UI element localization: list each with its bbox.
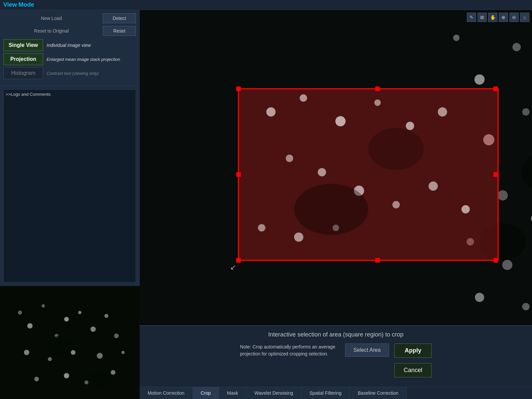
- svg-point-19: [47, 336, 73, 356]
- svg-point-56: [438, 107, 447, 117]
- contrast-tool-desc: Contrast tool (viewing only): [47, 71, 99, 76]
- svg-point-1: [18, 311, 22, 315]
- title-bar: View Mode: [0, 0, 532, 10]
- svg-point-37: [502, 260, 512, 270]
- svg-point-41: [522, 303, 529, 310]
- crop-note: Note: Crop automatically performs an ave…: [240, 343, 340, 357]
- svg-point-26: [474, 74, 485, 85]
- svg-point-25: [512, 43, 521, 51]
- apply-cancel-group: Apply Cancel: [394, 343, 432, 377]
- single-view-row: Single View Individual image view: [3, 39, 136, 51]
- svg-point-63: [258, 224, 265, 231]
- hand-icon[interactable]: ✋: [488, 13, 497, 22]
- svg-point-61: [429, 182, 438, 191]
- tab-wavelet-denoising[interactable]: Wavelet Denoising: [246, 387, 301, 399]
- svg-point-13: [97, 353, 103, 359]
- thumbnail-image: [0, 286, 140, 399]
- projection-button[interactable]: Projection: [3, 53, 43, 65]
- svg-point-18: [111, 370, 115, 375]
- svg-point-60: [392, 201, 400, 208]
- single-view-button[interactable]: Single View: [3, 39, 43, 51]
- tab-mask[interactable]: Mask: [219, 387, 246, 399]
- zoom-in-icon[interactable]: ⊕: [499, 13, 508, 22]
- reset-to-original-label: Reset to Original: [3, 28, 99, 34]
- tab-spatial-filtering[interactable]: Spatial Filtering: [302, 387, 350, 399]
- svg-point-54: [374, 99, 381, 106]
- view-mode-buttons: Single View Individual image view Projec…: [3, 39, 136, 79]
- toolbar-top-right: ✎ ⊞ ✋ ⊕ ⊖ ⌂: [467, 13, 529, 22]
- svg-point-64: [294, 232, 304, 242]
- svg-point-66: [294, 184, 368, 235]
- svg-point-15: [34, 377, 39, 381]
- tab-crop[interactable]: Crop: [193, 387, 219, 399]
- svg-point-8: [104, 314, 108, 318]
- logs-label: >>Logs and Comments: [6, 92, 51, 97]
- grid-icon[interactable]: ⊞: [477, 13, 487, 22]
- home-icon[interactable]: ⌂: [520, 13, 529, 22]
- new-load-label: New Load: [3, 16, 99, 21]
- svg-point-40: [475, 293, 484, 302]
- svg-rect-73: [236, 258, 241, 263]
- crop-note-block: Note: Crop automatically performs an ave…: [240, 343, 340, 357]
- svg-rect-69: [375, 86, 380, 91]
- logs-area[interactable]: >>Logs and Comments: [3, 89, 136, 283]
- app-title: View Mode: [3, 1, 34, 8]
- svg-rect-75: [493, 258, 498, 263]
- svg-rect-50: [238, 89, 498, 260]
- svg-point-27: [453, 35, 460, 41]
- detect-button[interactable]: Detect: [103, 13, 136, 23]
- crop-controls: Note: Crop automatically performs an ave…: [150, 343, 522, 377]
- main-image: ↙: [140, 10, 532, 325]
- projection-desc-block: Enlarged mean image stack projection: [47, 57, 120, 62]
- draw-icon[interactable]: ✎: [467, 13, 476, 22]
- tab-motion-correction[interactable]: Motion Correction: [140, 387, 193, 399]
- svg-point-57: [286, 155, 293, 162]
- svg-point-10: [24, 350, 29, 355]
- apply-button[interactable]: Apply: [394, 343, 432, 358]
- histogram-row: Histogram Contrast tool (viewing only): [3, 67, 136, 79]
- svg-point-58: [318, 168, 326, 176]
- svg-rect-70: [493, 86, 498, 91]
- svg-point-20: [88, 371, 111, 387]
- cancel-button[interactable]: Cancel: [394, 363, 432, 377]
- svg-point-67: [368, 128, 424, 170]
- left-panel: New Load Detect Reset to Original Reset …: [0, 10, 140, 399]
- svg-point-11: [48, 357, 52, 361]
- svg-point-52: [300, 94, 307, 102]
- single-view-desc: Individual image view: [47, 43, 91, 48]
- projection-row: Projection Enlarged mean image stack pro…: [3, 53, 136, 65]
- svg-point-29: [522, 108, 529, 116]
- svg-point-33: [498, 190, 508, 200]
- svg-point-17: [84, 380, 88, 384]
- svg-point-16: [64, 373, 69, 378]
- tab-baseline-correction[interactable]: Baseline Correction: [350, 387, 407, 399]
- projection-desc: Enlarged mean image stack projection: [47, 57, 120, 62]
- svg-point-62: [462, 205, 470, 213]
- left-top-controls: New Load Detect Reset to Original Reset …: [0, 10, 139, 86]
- svg-rect-74: [375, 258, 380, 263]
- svg-rect-71: [236, 172, 241, 177]
- svg-point-7: [90, 327, 96, 332]
- zoom-out-icon[interactable]: ⊖: [509, 13, 519, 22]
- svg-point-12: [71, 350, 75, 355]
- crop-panel-title: Interactive selection of area (square re…: [150, 331, 522, 338]
- right-panel: ✎ ⊞ ✋ ⊕ ⊖ ⌂: [140, 10, 532, 399]
- svg-point-14: [121, 351, 125, 354]
- crop-panel: Interactive selection of area (square re…: [140, 325, 532, 387]
- svg-text:↙: ↙: [230, 263, 236, 271]
- select-area-button[interactable]: Select Area: [345, 343, 389, 357]
- reset-button[interactable]: Reset: [103, 26, 136, 36]
- svg-rect-68: [236, 86, 241, 91]
- svg-point-6: [78, 311, 81, 314]
- svg-rect-72: [493, 172, 498, 177]
- histogram-button[interactable]: Histogram: [3, 67, 43, 79]
- thumbnail-area: [0, 286, 140, 399]
- svg-point-55: [406, 122, 414, 130]
- svg-point-51: [266, 107, 276, 117]
- svg-point-53: [335, 116, 346, 126]
- svg-point-2: [27, 323, 33, 329]
- image-area: ✎ ⊞ ✋ ⊕ ⊖ ⌂: [140, 10, 532, 325]
- svg-point-4: [64, 317, 69, 322]
- svg-point-3: [42, 304, 45, 308]
- new-load-row: New Load Detect: [3, 13, 136, 23]
